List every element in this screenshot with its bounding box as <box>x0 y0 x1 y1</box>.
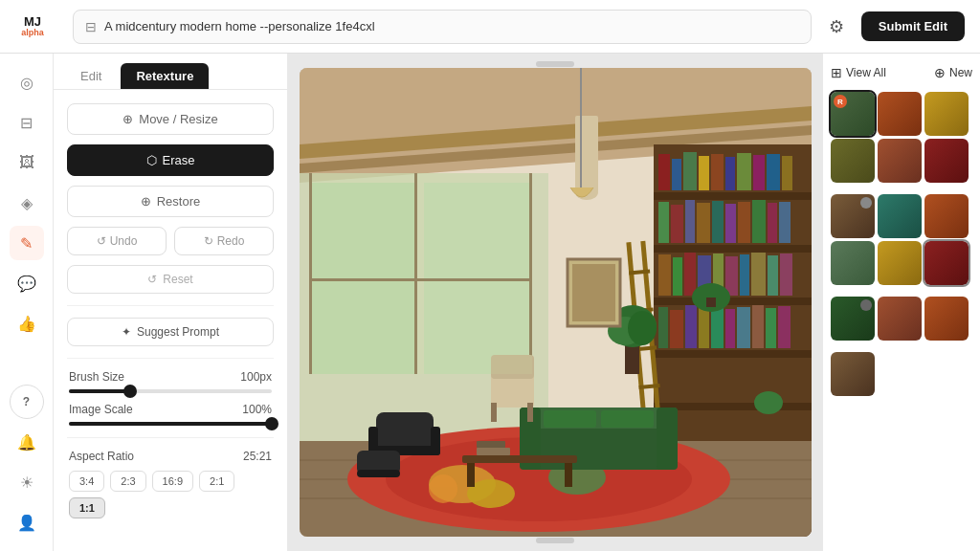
brightness-icon-btn[interactable]: ☀ <box>10 465 44 499</box>
svg-rect-84 <box>601 410 654 428</box>
aspect-chip-2-3[interactable]: 2:3 <box>110 471 145 492</box>
svg-rect-56 <box>737 307 750 348</box>
thumbnail-16[interactable] <box>831 352 875 396</box>
thumbnail-group-3 <box>831 297 972 341</box>
thumbnail-1[interactable]: R <box>831 92 875 136</box>
image-icon-btn[interactable]: 🖼 <box>10 145 44 180</box>
thumbnail-15[interactable] <box>924 297 969 341</box>
restore-label: Restore <box>157 194 201 209</box>
thumbnail-9[interactable] <box>924 194 969 238</box>
redo-icon: ↻ <box>204 234 213 248</box>
thumb-row-5 <box>831 297 972 341</box>
svg-rect-55 <box>725 309 735 348</box>
svg-rect-31 <box>671 205 683 243</box>
svg-rect-15 <box>654 245 812 253</box>
svg-rect-28 <box>767 154 780 190</box>
thumbnail-7[interactable] <box>831 194 875 238</box>
brush-size-track[interactable] <box>69 389 272 393</box>
main-area: ◎ ⊟ 🖼 ◈ ✎ 💬 👍 ? 🔔 ☀ 👤 Edit Retexture ⊕ M… <box>0 54 980 551</box>
image-scale-track[interactable] <box>69 422 272 426</box>
undo-button[interactable]: ↺ Undo <box>67 227 167 255</box>
svg-rect-5 <box>575 116 598 192</box>
tabs-row: Edit Retexture <box>54 54 287 90</box>
move-resize-label: Move / Resize <box>139 112 217 126</box>
redo-label: Redo <box>217 234 245 248</box>
thumbnail-10[interactable] <box>831 241 875 285</box>
help-icon-btn[interactable]: ? <box>10 385 44 419</box>
suggest-prompt-button[interactable]: ✦ Suggest Prompt <box>67 318 274 346</box>
svg-rect-47 <box>751 253 766 296</box>
move-resize-button[interactable]: ⊕ Move / Resize <box>67 103 274 135</box>
thumbnail-13[interactable] <box>831 297 875 341</box>
thumbsup-icon-btn[interactable]: 👍 <box>10 306 44 341</box>
divider-1 <box>67 305 274 306</box>
tab-retexture[interactable]: Retexture <box>121 63 209 89</box>
svg-rect-106 <box>572 264 615 321</box>
user-icon-btn[interactable]: 👤 <box>10 505 44 540</box>
new-button[interactable]: ⊕ New <box>934 65 972 80</box>
aspect-chip-16-9[interactable]: 16:9 <box>152 471 193 492</box>
edit-icon-btn[interactable]: ✎ <box>10 226 44 260</box>
svg-rect-21 <box>672 159 681 190</box>
aspect-chip-3-4[interactable]: 3:4 <box>69 471 104 492</box>
brush-size-label: Brush Size <box>69 370 124 384</box>
thumbnail-14[interactable] <box>878 297 922 341</box>
redo-button[interactable]: ↻ Redo <box>174 227 274 255</box>
tab-edit[interactable]: Edit <box>65 63 117 89</box>
thumbnail-8[interactable] <box>878 194 922 238</box>
sparkle-icon: ✦ <box>122 325 131 339</box>
erase-button[interactable]: ⬡ Erase <box>67 144 274 176</box>
svg-rect-85 <box>462 455 577 463</box>
svg-rect-37 <box>752 200 766 243</box>
svg-rect-93 <box>431 427 440 455</box>
thumbnail-3[interactable] <box>924 92 969 136</box>
thumbnail-5[interactable] <box>878 139 922 183</box>
view-all-button[interactable]: ⊞ View All <box>831 65 886 80</box>
new-label: New <box>949 66 972 79</box>
thumbnail-2[interactable] <box>878 92 922 136</box>
thumbnail-group-2 <box>831 194 972 285</box>
topbar: MJ alpha ⊟ A midcentury modern home --pe… <box>0 0 980 54</box>
svg-rect-90 <box>376 412 434 451</box>
svg-rect-41 <box>673 257 682 296</box>
undo-icon: ↺ <box>97 234 106 248</box>
svg-rect-58 <box>766 308 776 348</box>
thumbnail-4[interactable] <box>831 139 875 183</box>
layers-icon-btn[interactable]: ⊟ <box>10 105 44 140</box>
submit-edit-button[interactable]: Submit Edit <box>861 11 965 41</box>
aspect-chip-1-1[interactable]: 1:1 <box>69 497 105 518</box>
svg-rect-96 <box>491 374 534 408</box>
svg-point-62 <box>754 391 783 414</box>
aspect-chip-2-1[interactable]: 2:1 <box>199 471 234 492</box>
svg-rect-98 <box>491 403 497 422</box>
palette-icon-btn[interactable]: ◈ <box>10 186 44 220</box>
image-scale-thumb[interactable] <box>265 417 278 430</box>
bell-icon-btn[interactable]: 🔔 <box>10 425 44 459</box>
divider-3 <box>67 437 274 438</box>
compass-icon-btn[interactable]: ◎ <box>10 65 44 99</box>
canvas-image[interactable] <box>300 68 812 537</box>
undo-redo-row: ↺ Undo ↻ Redo <box>67 227 274 255</box>
image-scale-label: Image Scale <box>69 403 133 416</box>
divider-2 <box>67 358 274 359</box>
svg-rect-87 <box>565 463 572 487</box>
thumbnail-11[interactable] <box>878 241 922 285</box>
settings-icon-btn[interactable]: ⚙ <box>823 11 850 43</box>
brush-size-thumb[interactable] <box>123 385 137 398</box>
brush-size-fill <box>69 389 130 393</box>
prompt-bar[interactable]: ⊟ A midcentury modern home --personalize… <box>73 10 812 44</box>
thumb-row-4 <box>831 241 972 285</box>
reset-button[interactable]: ↺ Reset <box>67 265 274 294</box>
thumbnail-6[interactable] <box>924 139 969 183</box>
svg-rect-48 <box>768 255 778 296</box>
erase-icon: ⬡ <box>146 153 157 167</box>
thumbnail-12[interactable] <box>924 241 969 285</box>
svg-rect-50 <box>658 307 668 348</box>
icon-sidebar: ◎ ⊟ 🖼 ◈ ✎ 💬 👍 ? 🔔 ☀ 👤 <box>0 54 54 551</box>
svg-rect-82 <box>657 408 678 470</box>
slider-section: Brush Size 100px Image Scale 100% <box>67 370 274 426</box>
svg-rect-49 <box>780 253 792 296</box>
chat-icon-btn[interactable]: 💬 <box>10 266 44 300</box>
svg-rect-52 <box>685 305 697 348</box>
restore-button[interactable]: ⊕ Restore <box>67 186 274 217</box>
